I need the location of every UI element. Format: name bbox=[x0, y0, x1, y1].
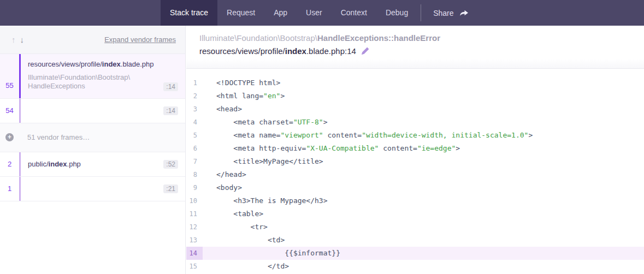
frame-body: :14 bbox=[19, 99, 185, 123]
open-in-editor-button[interactable] bbox=[361, 47, 369, 55]
code-text: <body> bbox=[203, 181, 242, 194]
vendor-frames-toggle[interactable]: +51 vendor frames… bbox=[0, 123, 185, 152]
class-method: HandleExceptions::handleError bbox=[317, 33, 440, 43]
code-line-2: 2<html lang="en"> bbox=[186, 90, 644, 103]
string-token: "UTF-8" bbox=[293, 118, 323, 126]
file-path-bold: index bbox=[285, 46, 306, 56]
file-path-prefix: resources/views/profile/ bbox=[199, 46, 285, 56]
class-namespace: Illuminate\Foundation\Bootstrap\ bbox=[199, 33, 317, 43]
line-number: 6 bbox=[186, 142, 203, 155]
code-text: {{$informat}} bbox=[203, 247, 340, 260]
frame-number: 55 bbox=[0, 54, 19, 98]
code-line-11: 11 <table> bbox=[186, 207, 644, 221]
stack-frame-55[interactable]: 55resources/views/profile/index.blade.ph… bbox=[0, 54, 185, 99]
string-token: "X-UA-Compatible" bbox=[306, 144, 379, 152]
line-number: 2 bbox=[186, 90, 203, 103]
code-line-9: 9<body> bbox=[186, 181, 644, 194]
next-frame-arrow-icon[interactable]: ↓ bbox=[18, 35, 27, 44]
frame-header: Illuminate\Foundation\Bootstrap\HandleEx… bbox=[186, 26, 644, 69]
sidebar-header: ↑ ↓ Expand vendor frames bbox=[0, 26, 185, 54]
line-number: 15 bbox=[186, 260, 203, 273]
string-token: "viewport" bbox=[280, 131, 323, 139]
code-text: <h3>The is Mypage</h3> bbox=[203, 194, 328, 207]
stack-frame-list: 55resources/views/profile/index.blade.ph… bbox=[0, 54, 185, 201]
line-number: 7 bbox=[186, 155, 203, 168]
expand-vendor-frames-link[interactable]: Expand vendor frames bbox=[104, 35, 176, 44]
code-line-3: 3<head> bbox=[186, 103, 644, 116]
code-line-13: 13 <td> bbox=[186, 234, 644, 247]
line-number: 13 bbox=[186, 234, 203, 247]
tab-debug[interactable]: Debug bbox=[376, 0, 417, 26]
pencil-icon bbox=[361, 47, 369, 55]
code-text: <tr> bbox=[203, 221, 268, 234]
line-number: 12 bbox=[186, 221, 203, 234]
tab-request[interactable]: Request bbox=[217, 0, 264, 26]
code-line-5: 5 <meta name="viewport" content="width=d… bbox=[186, 129, 644, 142]
code-line-14: 14 {{$informat}} bbox=[186, 247, 644, 260]
share-icon bbox=[459, 9, 469, 17]
vendor-frames-label: 51 vendor frames… bbox=[27, 133, 90, 141]
plus-circle-icon: + bbox=[5, 133, 14, 141]
string-token: "ie=edge" bbox=[417, 144, 456, 152]
frame-file: public/index.php bbox=[28, 160, 81, 168]
tab-stack-trace[interactable]: Stack trace bbox=[161, 0, 217, 26]
code-line-8: 8</head> bbox=[186, 168, 644, 181]
code-line-15: 15 </td> bbox=[186, 260, 644, 273]
code-text: <meta charset="UTF-8"> bbox=[203, 116, 328, 129]
frame-number: 2 bbox=[0, 152, 19, 176]
tab-app[interactable]: App bbox=[264, 0, 297, 26]
line-number: 11 bbox=[186, 207, 203, 221]
share-label: Share bbox=[433, 9, 453, 17]
frame-class-path: Illuminate\Foundation\Bootstrap\HandleEx… bbox=[199, 33, 633, 43]
code-line-7: 7 <title>MyPage</title> bbox=[186, 155, 644, 168]
code-text: <td> bbox=[203, 234, 285, 247]
code-text: </td> bbox=[203, 260, 289, 273]
code-text: <title>MyPage</title> bbox=[203, 155, 323, 168]
share-button[interactable]: Share bbox=[424, 0, 477, 26]
file-path-suffix: .blade.php:14 bbox=[306, 46, 356, 56]
code-line-4: 4 <meta charset="UTF-8"> bbox=[186, 116, 644, 129]
frame-number: 54 bbox=[0, 99, 19, 123]
code-text: <meta http-equiv="X-UA-Compatible" conte… bbox=[203, 142, 460, 155]
stack-frame-2[interactable]: 2public/index.php:52 bbox=[0, 152, 185, 177]
line-number-badge: :14 bbox=[163, 106, 178, 115]
code-viewer: 1<!DOCTYPE html>2<html lang="en">3<head>… bbox=[186, 69, 644, 274]
line-number-badge: :52 bbox=[163, 160, 178, 169]
nav-tabs: Stack traceRequestAppUserContextDebug bbox=[161, 0, 417, 26]
code-line-12: 12 <tr> bbox=[186, 221, 644, 234]
line-number: 9 bbox=[186, 181, 203, 194]
line-number: 4 bbox=[186, 116, 203, 129]
line-number: 1 bbox=[186, 76, 203, 90]
code-text: <html lang="en"> bbox=[203, 90, 285, 103]
stack-frame-1[interactable]: 1:21 bbox=[0, 177, 185, 201]
line-number: 3 bbox=[186, 103, 203, 116]
stack-frames-sidebar: ↑ ↓ Expand vendor frames 55resources/vie… bbox=[0, 26, 186, 274]
code-text: <meta name="viewport" content="width=dev… bbox=[203, 129, 533, 142]
frame-body: resources/views/profile/index.blade.phpI… bbox=[19, 54, 185, 98]
frame-file: resources/views/profile/index.blade.php bbox=[28, 60, 178, 68]
tab-context[interactable]: Context bbox=[332, 0, 376, 26]
tab-user[interactable]: User bbox=[297, 0, 332, 26]
line-number-badge: :21 bbox=[163, 184, 178, 193]
string-token: "en" bbox=[263, 92, 280, 100]
stack-frame-54[interactable]: 54:14 bbox=[0, 99, 185, 123]
nav-divider bbox=[421, 4, 421, 21]
code-line-10: 10 <h3>The is Mypage</h3> bbox=[186, 194, 644, 207]
frame-file-path: resources/views/profile/index.blade.php:… bbox=[199, 46, 633, 56]
top-navbar: Stack traceRequestAppUserContextDebug Sh… bbox=[0, 0, 644, 26]
line-number: 8 bbox=[186, 168, 203, 181]
code-text: <table> bbox=[203, 207, 263, 221]
frame-body: public/index.php:52 bbox=[19, 152, 185, 176]
code-text: </head> bbox=[203, 168, 246, 181]
previous-frame-arrow-icon[interactable]: ↑ bbox=[9, 35, 18, 44]
code-line-6: 6 <meta http-equiv="X-UA-Compatible" con… bbox=[186, 142, 644, 155]
ignition-error-page: Stack traceRequestAppUserContextDebug Sh… bbox=[0, 0, 644, 274]
code-panel: Illuminate\Foundation\Bootstrap\HandleEx… bbox=[186, 26, 644, 274]
frame-class: Illuminate\Foundation\Bootstrap\HandleEx… bbox=[28, 73, 130, 91]
line-number-badge: :14 bbox=[163, 82, 178, 91]
plus-cell: + bbox=[0, 133, 19, 141]
code-line-1: 1<!DOCTYPE html> bbox=[186, 76, 644, 90]
line-number: 14 bbox=[186, 247, 203, 260]
code-text: <!DOCTYPE html> bbox=[203, 76, 280, 90]
frame-number: 1 bbox=[0, 177, 19, 201]
